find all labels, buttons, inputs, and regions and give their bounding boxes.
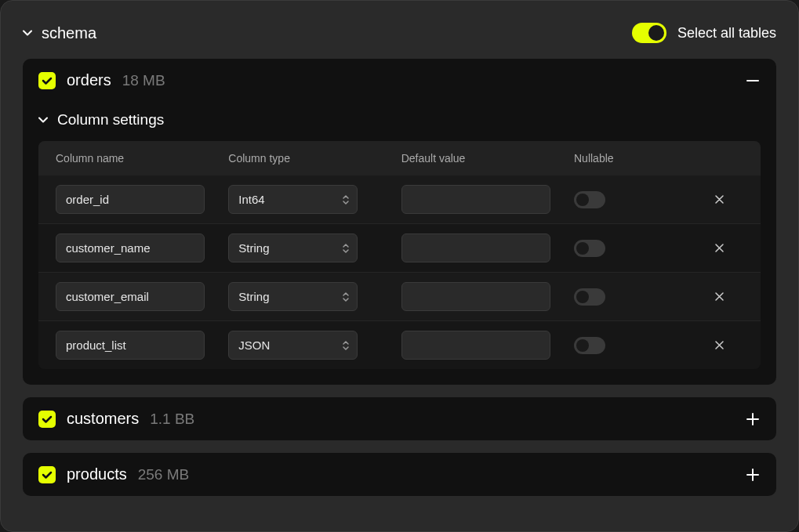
toggle-knob [648,25,664,41]
default-value-input[interactable] [401,185,550,214]
nullable-toggle[interactable] [574,240,605,257]
schema-header-right: Select all tables [632,23,776,43]
column-row [38,176,761,224]
expand-icon[interactable] [745,411,761,427]
table-header: customers 1.1 BB [23,397,776,440]
table-name: customers [67,410,139,428]
column-type-select[interactable] [228,282,358,311]
table-card-orders: orders 18 MB Column settings Column name… [23,59,776,385]
column-name-input[interactable] [56,331,205,360]
remove-column-icon[interactable] [714,291,726,303]
column-type-select[interactable] [228,331,358,360]
schema-panel: schema Select all tables orders 18 MB [0,0,799,532]
toggle-knob [576,339,589,352]
column-settings-header[interactable]: Column settings [38,111,761,128]
column-name-input[interactable] [56,282,205,311]
table-header: products 256 MB [23,453,776,496]
columns-table: Column name Column type Default value Nu… [38,141,761,369]
schema-header-left: schema [23,24,96,42]
select-all-label: Select all tables [677,25,776,42]
column-type-select[interactable] [228,185,358,214]
column-type-select-wrapper [228,282,358,311]
col-header-default: Default value [401,152,561,165]
chevron-down-icon [38,115,48,125]
table-card-customers: customers 1.1 BB [23,397,776,440]
chevron-down-icon[interactable] [23,28,32,38]
table-size: 256 MB [138,466,189,483]
col-header-type: Column type [228,152,388,165]
table-header-left: products 256 MB [38,465,189,483]
collapse-icon[interactable] [745,73,761,89]
nullable-toggle[interactable] [574,191,605,208]
remove-column-icon[interactable] [714,339,726,352]
column-type-select-wrapper [228,233,358,262]
table-size: 1.1 BB [150,411,194,428]
table-header-left: orders 18 MB [38,71,165,89]
column-settings: Column settings Column name Column type … [23,111,776,385]
column-type-select-wrapper [228,185,358,214]
col-header-name: Column name [56,152,216,165]
default-value-input[interactable] [401,282,550,311]
table-checkbox[interactable] [38,72,56,89]
nullable-toggle[interactable] [574,288,605,306]
table-header-left: customers 1.1 BB [38,410,194,428]
expand-icon[interactable] [745,467,761,483]
toggle-knob [576,291,589,303]
table-checkbox[interactable] [38,411,56,428]
table-checkbox[interactable] [38,466,56,483]
nullable-toggle[interactable] [574,337,605,354]
remove-column-icon[interactable] [714,242,726,255]
table-name: orders [67,71,111,89]
column-settings-title: Column settings [57,111,164,128]
default-value-input[interactable] [401,331,550,360]
table-size: 18 MB [122,72,165,89]
schema-header: schema Select all tables [23,23,776,43]
column-name-input[interactable] [56,185,205,214]
column-type-select[interactable] [228,233,358,262]
toggle-knob [576,242,589,255]
column-row [38,273,761,321]
table-name: products [67,465,127,483]
column-type-select-wrapper [228,331,358,360]
schema-title: schema [42,24,96,42]
toggle-knob [576,194,589,206]
column-name-input[interactable] [56,233,205,262]
table-header: orders 18 MB [23,59,776,102]
col-header-nullable: Nullable [574,152,684,165]
table-card-products: products 256 MB [23,453,776,496]
select-all-toggle[interactable] [632,23,666,43]
columns-table-header: Column name Column type Default value Nu… [38,141,761,176]
column-row [38,224,761,273]
remove-column-icon[interactable] [714,194,726,206]
default-value-input[interactable] [401,233,550,262]
column-row [38,321,761,369]
